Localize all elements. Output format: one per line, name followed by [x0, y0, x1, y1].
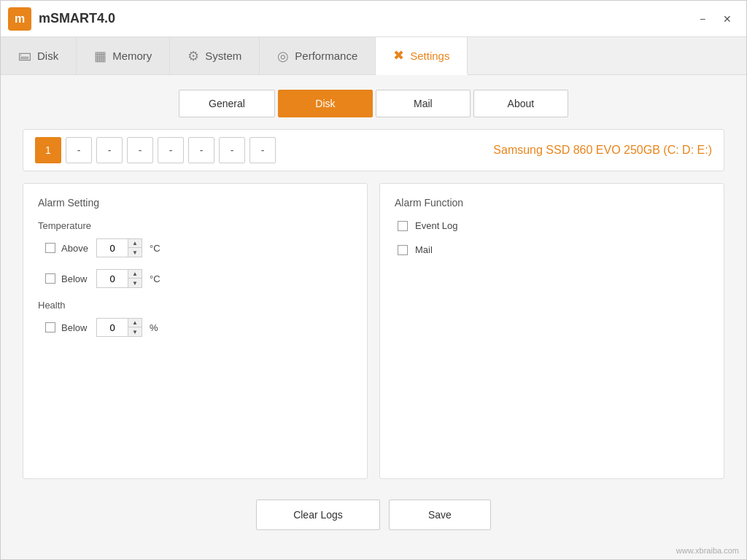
below-temperature-input[interactable] — [97, 270, 128, 287]
mail-row: Mail — [398, 244, 709, 255]
subtab-mail[interactable]: Mail — [376, 90, 471, 117]
below-temp-checkbox[interactable] — [45, 273, 55, 284]
nav-tabs: 🖴 Disk ▦ Memory ⚙ System ◎ Performance ✖… — [1, 37, 746, 75]
disk-name: Samsung SSD 860 EVO 250GB (C: D: E:) — [493, 144, 712, 157]
health-section: Health Below ▲ ▼ % — [38, 300, 352, 337]
mail-label: Mail — [415, 244, 433, 255]
watermark: www.xbraiba.com — [676, 546, 739, 555]
below-health-row: Below ▲ ▼ % — [45, 318, 352, 337]
above-row: Above ▲ ▼ °C — [45, 238, 352, 257]
health-label: Health — [38, 300, 352, 311]
tab-system[interactable]: ⚙ System — [170, 37, 260, 74]
below-health-checkbox[interactable] — [45, 322, 55, 332]
event-log-row: Event Log — [398, 220, 709, 231]
subtab-about[interactable]: About — [473, 90, 568, 117]
below-health-spin-down[interactable]: ▼ — [128, 327, 142, 336]
below-temp-input-wrapper: ▲ ▼ — [96, 269, 142, 288]
disk-btn-8[interactable]: - — [249, 137, 276, 163]
close-button[interactable]: ✕ — [716, 9, 739, 29]
minimize-button[interactable]: − — [691, 9, 714, 29]
disk-selector-row: 1 - - - - - - - Samsung SSD 860 EVO 250G… — [23, 129, 724, 171]
event-log-label: Event Log — [415, 220, 458, 231]
below-temp-spin-up[interactable]: ▲ — [128, 270, 142, 279]
below-temp-label: Below — [61, 273, 90, 284]
app-logo: m — [8, 7, 31, 31]
below-health-unit: % — [150, 322, 158, 333]
above-label: Above — [61, 243, 90, 254]
below-health-spinner: ▲ ▼ — [128, 319, 142, 336]
disk-btn-4[interactable]: - — [127, 137, 153, 163]
performance-icon: ◎ — [277, 48, 289, 64]
subtab-disk[interactable]: Disk — [278, 90, 373, 117]
disk-btn-5[interactable]: - — [158, 137, 184, 163]
alarm-setting-panel: Alarm Setting Temperature Above ▲ ▼ °C — [23, 183, 368, 479]
subtab-general[interactable]: General — [179, 90, 275, 117]
above-temperature-input[interactable] — [97, 239, 128, 257]
alarm-setting-title: Alarm Setting — [38, 197, 352, 209]
below-temp-spin-down[interactable]: ▼ — [128, 279, 142, 287]
disk-btn-3[interactable]: - — [96, 137, 123, 163]
window-controls: − ✕ — [691, 9, 739, 29]
main-content: General Disk Mail About 1 - - - - - - - … — [1, 75, 746, 559]
below-temp-unit: °C — [150, 273, 160, 284]
above-spinner: ▲ ▼ — [128, 239, 142, 257]
main-window: m mSMART4.0 − ✕ 🖴 Disk ▦ Memory ⚙ System… — [0, 0, 747, 560]
app-title: mSMART4.0 — [39, 11, 691, 26]
event-log-checkbox[interactable] — [398, 221, 408, 231]
alarm-function-panel: Alarm Function Event Log Mail — [379, 183, 724, 479]
disk-btn-7[interactable]: - — [219, 137, 245, 163]
sub-tabs: General Disk Mail About — [23, 90, 724, 117]
disk-btn-2[interactable]: - — [66, 137, 92, 163]
tab-performance[interactable]: ◎ Performance — [260, 37, 376, 74]
panels-row: Alarm Setting Temperature Above ▲ ▼ °C — [23, 183, 724, 479]
disk-btn-6[interactable]: - — [188, 137, 214, 163]
mail-checkbox[interactable] — [398, 245, 408, 255]
above-checkbox[interactable] — [45, 243, 55, 253]
above-spin-up[interactable]: ▲ — [128, 239, 142, 248]
disk-icon: 🖴 — [18, 48, 31, 63]
disk-btn-1[interactable]: 1 — [35, 137, 61, 163]
settings-icon: ✖ — [393, 47, 404, 63]
above-spin-down[interactable]: ▼ — [128, 248, 142, 257]
system-icon: ⚙ — [187, 48, 199, 64]
below-health-input[interactable] — [97, 319, 128, 336]
titlebar: m mSMART4.0 − ✕ — [1, 1, 746, 37]
alarm-function-title: Alarm Function — [395, 197, 709, 209]
above-unit: °C — [150, 243, 160, 254]
below-health-input-wrapper: ▲ ▼ — [96, 318, 142, 337]
tab-disk[interactable]: 🖴 Disk — [1, 37, 77, 74]
below-health-spin-up[interactable]: ▲ — [128, 319, 142, 327]
below-temp-row: Below ▲ ▼ °C — [45, 269, 352, 288]
above-input-wrapper: ▲ ▼ — [96, 238, 142, 257]
save-button[interactable]: Save — [389, 499, 491, 530]
memory-icon: ▦ — [94, 48, 107, 64]
bottom-bar: Clear Logs Save — [23, 491, 724, 545]
below-temp-spinner: ▲ ▼ — [128, 270, 142, 287]
tab-settings[interactable]: ✖ Settings — [376, 37, 468, 75]
below-health-label: Below — [61, 322, 90, 333]
clear-logs-button[interactable]: Clear Logs — [256, 499, 380, 530]
tab-memory[interactable]: ▦ Memory — [77, 37, 170, 74]
temperature-label: Temperature — [38, 220, 352, 231]
